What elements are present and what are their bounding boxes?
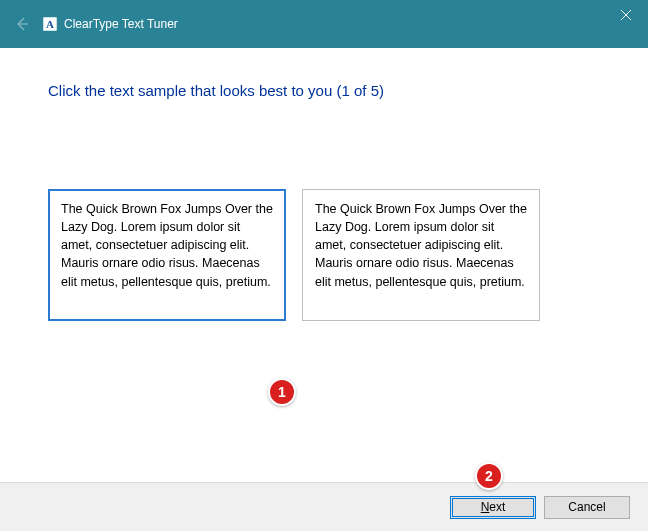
next-button[interactable]: Next (450, 496, 536, 519)
svg-text:A: A (46, 18, 54, 30)
back-arrow-icon[interactable] (12, 14, 32, 34)
sample-container: The Quick Brown Fox Jumps Over the Lazy … (48, 189, 600, 321)
close-button[interactable] (603, 0, 648, 30)
text-sample-2[interactable]: The Quick Brown Fox Jumps Over the Lazy … (302, 189, 540, 321)
text-sample-1[interactable]: The Quick Brown Fox Jumps Over the Lazy … (48, 189, 286, 321)
content-area: Click the text sample that looks best to… (0, 48, 648, 321)
window-title: ClearType Text Tuner (64, 17, 178, 31)
footer-bar: Next Cancel (0, 482, 648, 531)
cancel-button[interactable]: Cancel (544, 496, 630, 519)
annotation-badge-1: 1 (268, 378, 296, 406)
titlebar: A ClearType Text Tuner (0, 0, 648, 48)
app-icon: A (42, 16, 58, 32)
instruction-text: Click the text sample that looks best to… (48, 82, 600, 99)
